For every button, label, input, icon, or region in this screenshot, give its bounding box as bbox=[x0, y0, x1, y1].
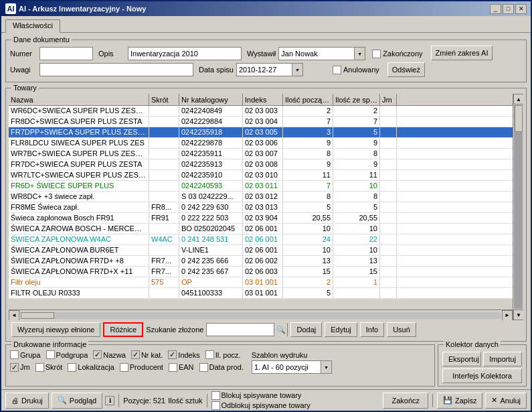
close-button[interactable]: ✕ bbox=[515, 4, 527, 14]
zakoncz-button[interactable]: Zakończ bbox=[383, 393, 428, 409]
tab-wlasciwosci[interactable]: Właściwości bbox=[5, 19, 60, 33]
col-ilosc-pocz[interactable]: Ilość początkowa bbox=[283, 94, 333, 105]
grupa-checkbox[interactable] bbox=[10, 350, 19, 359]
importuj-button[interactable]: Importuj bbox=[483, 352, 522, 366]
producent-checkbox[interactable] bbox=[120, 363, 128, 372]
edytuj-button[interactable]: Edytuj bbox=[325, 322, 357, 337]
col-jm[interactable]: Jm bbox=[380, 94, 397, 105]
check-producent[interactable]: Producent bbox=[120, 363, 163, 372]
table-row[interactable]: Świeca zapłonowa Bosch FR91 FR91 0 222 2… bbox=[9, 213, 513, 224]
szablon-dropdown-btn[interactable]: ▼ bbox=[321, 361, 331, 373]
table-row[interactable]: ŚWIECA ZAPŁONOWA FR7D+X +11 FR7... 0 242… bbox=[9, 267, 513, 277]
table-row[interactable]: FLR8LDCU SIWECA SUPER PLUS ZES 024222987… bbox=[9, 138, 513, 149]
ean-checkbox[interactable] bbox=[169, 363, 177, 372]
zapisz-button[interactable]: 💾 Zapisz bbox=[437, 393, 482, 409]
odswiez-button[interactable]: Odśwież bbox=[387, 62, 425, 77]
skrot-checkbox[interactable] bbox=[35, 363, 44, 372]
col-skrot[interactable]: Skrót bbox=[149, 94, 179, 105]
check-grupa[interactable]: Grupa bbox=[10, 350, 41, 359]
anulowany-checkbox[interactable] bbox=[333, 66, 341, 74]
table-row[interactable]: FR8DC+SWIECA SUPER PLUS ZESTA 0242229884… bbox=[9, 117, 513, 127]
scroll-left-btn[interactable]: ◄ bbox=[9, 310, 19, 321]
table-row[interactable]: FR6D+ ŚWIECE SUPER PLUS 0242240593 02 03… bbox=[9, 181, 513, 192]
scroll-up-btn[interactable]: ▲ bbox=[513, 94, 523, 105]
interfejs-kolektora-button[interactable]: Interfejs Kolektora bbox=[442, 368, 522, 383]
table-row[interactable]: ŚWIECA ZAPŁONOWA BUR6ET V-LINE1 02 06 00… bbox=[9, 245, 513, 256]
dane-dokumentu-group: Dane dokumentu Numer Opis Wystawił Jan N… bbox=[5, 40, 527, 82]
anuluj-button[interactable]: ✕ Anuluj bbox=[485, 393, 527, 409]
data-prod-checkbox[interactable] bbox=[199, 363, 208, 372]
wystawil-dropdown-btn[interactable]: ▼ bbox=[354, 48, 365, 60]
odblokuj-item[interactable]: Odblokuj spisywane towary bbox=[211, 401, 311, 410]
col-nazwa[interactable]: Nazwa bbox=[9, 94, 149, 105]
check-nr-kat[interactable]: ✓ Nr kat. bbox=[131, 350, 163, 359]
check-skrot[interactable]: Skrót bbox=[35, 363, 63, 372]
table-row[interactable]: WR6DC+SWIECA SUPER PLUS ZESTAW 024224084… bbox=[9, 106, 513, 117]
search-input[interactable] bbox=[207, 324, 274, 336]
col-nr-kat[interactable]: Nr katalogowy bbox=[179, 94, 243, 105]
scroll-thumb[interactable] bbox=[515, 105, 523, 132]
scroll-right-btn[interactable]: ► bbox=[502, 310, 513, 321]
table-row[interactable]: ŚWIECA ZAROWA BOSCH - MERCEDES-BENZ BO 0… bbox=[9, 224, 513, 234]
table-row[interactable]: Filtr oleju 575 OP 03 01 001 2 1 bbox=[9, 277, 513, 288]
col-indeks[interactable]: Indeks bbox=[243, 94, 283, 105]
data-spisu-combo[interactable]: 2010-12-27 ▼ bbox=[236, 63, 303, 76]
drukuj-button[interactable]: 🖨 Drukuj bbox=[5, 393, 49, 409]
table-row[interactable]: ŚWIECA ZAPŁONOWA FR7D+ +8 FR7... 0 242 2… bbox=[9, 256, 513, 267]
uwagi-input[interactable] bbox=[39, 63, 193, 76]
indeks-checkbox[interactable]: ✓ bbox=[168, 350, 177, 359]
eksportuj-button[interactable]: Eksportuj bbox=[442, 352, 481, 366]
opis-input[interactable] bbox=[128, 47, 242, 60]
check-indeks[interactable]: ✓ Indeks bbox=[168, 350, 199, 359]
check-lokalizacja[interactable]: Lokalizacja bbox=[68, 363, 114, 372]
zakończony-checkbox[interactable] bbox=[372, 50, 381, 58]
numer-input[interactable] bbox=[39, 47, 93, 60]
table-row[interactable]: WR7LTC+SWIECA SUPER PLUS ZESTA 024223591… bbox=[9, 170, 513, 181]
vertical-scrollbar[interactable]: ▲ ▼ bbox=[513, 94, 523, 320]
table-row[interactable]: FR8ME Świeca zapł. FR8... 0 242 229 630 … bbox=[9, 202, 513, 213]
il-pocz-checkbox[interactable] bbox=[205, 350, 214, 359]
scroll-down-btn[interactable]: ▼ bbox=[513, 310, 523, 320]
check-podgrupa[interactable]: Podgrupa bbox=[46, 350, 88, 359]
kolektor-label: Kolektor danych bbox=[444, 340, 501, 348]
check-jm[interactable]: ✓ Jm bbox=[10, 363, 30, 372]
check-ean[interactable]: EAN bbox=[169, 363, 194, 372]
table-row[interactable]: FILTR OLEJU R0333 0451100333 03 01 001 5 bbox=[9, 288, 513, 299]
check-data-prod[interactable]: Data prod. bbox=[199, 363, 244, 372]
table-row[interactable]: WR8DC+ +3 świece zapł. S 03 0242229... 0… bbox=[9, 192, 513, 202]
roznice-button[interactable]: Różnice bbox=[103, 322, 143, 337]
horizontal-scrollbar[interactable]: ◄ ► bbox=[9, 310, 513, 320]
minimize-button[interactable]: _ bbox=[490, 4, 501, 14]
wyzeruj-button[interactable]: Wyzeruj niewyp ełnione bbox=[11, 322, 100, 337]
nazwa-checkbox[interactable]: ✓ bbox=[93, 350, 102, 359]
druk-kolektor-section: Drukowane informacje Grupa Podgrupa ✓ Na… bbox=[5, 344, 527, 387]
table-row[interactable]: ŚWIECA ZAPŁONOWA W4AC W4AC 0 241 248 531… bbox=[9, 234, 513, 245]
podgrupa-checkbox[interactable] bbox=[46, 350, 55, 359]
blokuj-item[interactable]: Blokuj spisywane towary bbox=[211, 391, 311, 400]
odblokuj-label: Odblokuj spisywane towary bbox=[221, 401, 311, 409]
wystawil-combo[interactable]: Jan Nowak ▼ bbox=[278, 47, 365, 60]
info-button[interactable]: Info bbox=[360, 322, 384, 337]
szablon-combo[interactable]: 1. AI - 60 pozycji ▼ bbox=[252, 360, 332, 374]
maximize-button[interactable]: □ bbox=[503, 4, 514, 14]
search-button[interactable]: 🔍 bbox=[274, 323, 287, 336]
odblokuj-checkbox[interactable] bbox=[211, 401, 220, 410]
table-row-selected[interactable]: FR7DPP+SWIECA SUPER PLUS ZESTA 024223591… bbox=[9, 127, 513, 138]
zmien-zakres-button[interactable]: Zmień zakres AI bbox=[431, 46, 493, 60]
table-row[interactable]: WR7BC+SWIECA SUPER PLUS ZESTAW 024223591… bbox=[9, 149, 513, 159]
lokalizacja-checkbox[interactable] bbox=[68, 363, 76, 372]
check-il-pocz[interactable]: Il. pocz. bbox=[205, 350, 241, 359]
ean-label: EAN bbox=[179, 363, 194, 371]
table-row[interactable]: FR7DC+SWIECA SUPER PLUS ZESTA 0242235913… bbox=[9, 159, 513, 170]
podglad-button[interactable]: 🔍 Podgląd bbox=[52, 393, 102, 409]
blokuj-checkbox[interactable] bbox=[211, 391, 220, 400]
dodaj-button[interactable]: Dodaj bbox=[290, 322, 322, 337]
data-dropdown-btn[interactable]: ▼ bbox=[292, 64, 302, 76]
col-ilosc-spis[interactable]: Ilość ze spisu bbox=[333, 94, 380, 105]
data-spisu-value: 2010-12-27 bbox=[237, 65, 292, 74]
usun-button[interactable]: Usuń bbox=[387, 322, 416, 337]
nr-kat-checkbox[interactable]: ✓ bbox=[131, 350, 140, 359]
jm-checkbox[interactable]: ✓ bbox=[10, 363, 19, 372]
check-nazwa[interactable]: ✓ Nazwa bbox=[93, 350, 126, 359]
bottom-action-row: Wyzeruj niewyp ełnione Różnice Szukanie … bbox=[9, 320, 523, 338]
